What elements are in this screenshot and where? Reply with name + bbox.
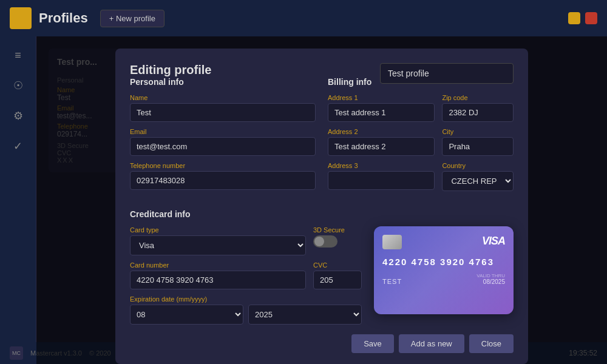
card-display-name: TEST bbox=[382, 278, 402, 285]
sidebar-user-icon[interactable]: ☉ bbox=[9, 76, 27, 95]
zip-input[interactable] bbox=[442, 103, 514, 122]
exp-selects: 01020304 050607 08 09101112 202020212022… bbox=[130, 305, 362, 325]
sidebar-tasks-icon[interactable]: ✓ bbox=[9, 137, 27, 155]
card-type-col: Card type Visa Mastercard Amex Discover bbox=[130, 226, 306, 261]
country-col: Country CZECH REPUBLIC UNITED STATES GER… bbox=[442, 162, 514, 197]
address3-col: Address 3 bbox=[328, 162, 435, 197]
exp-date-row: Expiration date (mm/yyyy) 01020304 05060… bbox=[130, 295, 362, 325]
card-type-label: Card type bbox=[130, 226, 306, 234]
card-type-select[interactable]: Visa Mastercard Amex Discover bbox=[130, 235, 306, 255]
modal-columns: Personal info Name Email Telephone numbe… bbox=[130, 77, 514, 197]
card-number-label: Card number bbox=[130, 261, 306, 269]
name-input[interactable] bbox=[130, 103, 316, 122]
city-input[interactable] bbox=[442, 137, 514, 156]
credit-card-section: Creditcard info Card type Visa Mastercar… bbox=[130, 209, 514, 325]
city-col: City bbox=[442, 128, 514, 162]
main-layout: ≡ ☉ ⚙ ✓ Test pro... ▶ ✎ ✕ Personal Name … bbox=[0, 36, 607, 364]
bottom-app-logo: MC bbox=[10, 346, 23, 360]
modal-title: Editing profile bbox=[130, 63, 211, 76]
profile-name-input[interactable] bbox=[380, 63, 514, 84]
secure-toggle[interactable] bbox=[313, 235, 337, 248]
exp-year-select[interactable]: 202020212022 20232024 2025 202620272028 … bbox=[248, 305, 362, 325]
country-label: Country bbox=[442, 162, 514, 169]
cc-section-title: Creditcard info bbox=[130, 209, 514, 219]
exp-month-select[interactable]: 01020304 050607 08 09101112 bbox=[130, 305, 243, 325]
card-chip bbox=[382, 235, 402, 249]
country-select[interactable]: CZECH REPUBLIC UNITED STATES GERMANY FRA… bbox=[442, 171, 514, 191]
billing-row-2: Address 2 City bbox=[328, 128, 514, 162]
sidebar-settings-icon[interactable]: ⚙ bbox=[9, 107, 27, 125]
address2-label: Address 2 bbox=[328, 128, 435, 135]
zip-label: Zip code bbox=[442, 94, 514, 101]
address1-label: Address 1 bbox=[328, 94, 435, 101]
profile-name-wrapper bbox=[380, 63, 514, 84]
top-bar: Profiles + New profile bbox=[0, 0, 607, 36]
personal-section-title: Personal info bbox=[130, 77, 316, 87]
cc-row-2: Card number CVC bbox=[130, 261, 362, 289]
card-expiry-label: VALID THRU bbox=[476, 273, 505, 278]
card-expiry-value: 08/2025 bbox=[476, 278, 505, 285]
name-label: Name bbox=[130, 94, 316, 101]
card-bottom-row: TEST VALID THRU 08/2025 bbox=[382, 273, 505, 285]
cvc-col: CVC bbox=[313, 261, 362, 289]
new-profile-button[interactable]: + New profile bbox=[100, 10, 164, 27]
address1-input[interactable] bbox=[328, 103, 435, 122]
window-controls bbox=[568, 12, 597, 24]
card-display-expiry: VALID THRU 08/2025 bbox=[476, 273, 505, 285]
card-number-row: Card number CVC bbox=[130, 261, 362, 289]
secure-label: 3D Secure bbox=[313, 226, 362, 234]
billing-row-1: Address 1 Zip code bbox=[328, 94, 514, 128]
save-button[interactable]: Save bbox=[351, 334, 394, 353]
app-logo bbox=[10, 7, 32, 29]
card-number-col: Card number bbox=[130, 261, 306, 289]
email-input[interactable] bbox=[130, 137, 316, 156]
content-area: Test pro... ▶ ✎ ✕ Personal Name Test Ema… bbox=[36, 36, 607, 364]
card-number-input[interactable] bbox=[130, 271, 306, 289]
exp-label: Expiration date (mm/yyyy) bbox=[130, 295, 362, 303]
modal-overlay: Editing profile Personal info Name Email… bbox=[36, 36, 607, 364]
card-brand-logo: VISA bbox=[482, 235, 505, 248]
phone-label: Telephone number bbox=[130, 162, 316, 169]
email-label: Email bbox=[130, 128, 316, 135]
cc-form: Card type Visa Mastercard Amex Discover bbox=[130, 226, 362, 325]
address3-label: Address 3 bbox=[328, 162, 435, 169]
city-label: City bbox=[442, 128, 514, 135]
credit-card-visual: VISA 4220 4758 3920 4763 TEST VALID THRU… bbox=[374, 226, 514, 325]
modal-close-button[interactable]: Close bbox=[469, 334, 514, 353]
add-as-new-button[interactable]: Add as new bbox=[399, 334, 464, 353]
address2-input[interactable] bbox=[328, 137, 435, 156]
billing-info-section: Billing info Address 1 Zip code bbox=[328, 77, 514, 197]
personal-info-section: Personal info Name Email Telephone numbe… bbox=[130, 77, 316, 197]
cc-layout: Card type Visa Mastercard Amex Discover bbox=[130, 226, 514, 325]
page-title: Profiles bbox=[39, 10, 88, 26]
modal-footer: Save Add as new Close bbox=[130, 334, 514, 353]
address1-col: Address 1 bbox=[328, 94, 435, 128]
close-window-button[interactable] bbox=[585, 12, 597, 24]
address3-input[interactable] bbox=[328, 171, 435, 190]
card-display-number: 4220 4758 3920 4763 bbox=[382, 257, 505, 267]
secure-col: 3D Secure bbox=[313, 226, 362, 248]
phone-input[interactable] bbox=[130, 171, 316, 190]
edit-profile-modal: Editing profile Personal info Name Email… bbox=[115, 49, 528, 364]
credit-card-display: VISA 4220 4758 3920 4763 TEST VALID THRU… bbox=[374, 226, 514, 314]
zip-col: Zip code bbox=[442, 94, 514, 128]
cvc-input[interactable] bbox=[313, 271, 362, 289]
minimize-button[interactable] bbox=[568, 12, 580, 24]
cc-row-1: Card type Visa Mastercard Amex Discover bbox=[130, 226, 362, 261]
sidebar-menu-icon[interactable]: ≡ bbox=[9, 46, 27, 64]
cvc-label: CVC bbox=[313, 261, 362, 269]
billing-row-3: Address 3 Country CZECH REPUBLIC UNITED … bbox=[328, 162, 514, 197]
address2-col: Address 2 bbox=[328, 128, 435, 162]
new-profile-label: + New profile bbox=[109, 14, 155, 23]
sidebar: ≡ ☉ ⚙ ✓ bbox=[0, 36, 36, 364]
